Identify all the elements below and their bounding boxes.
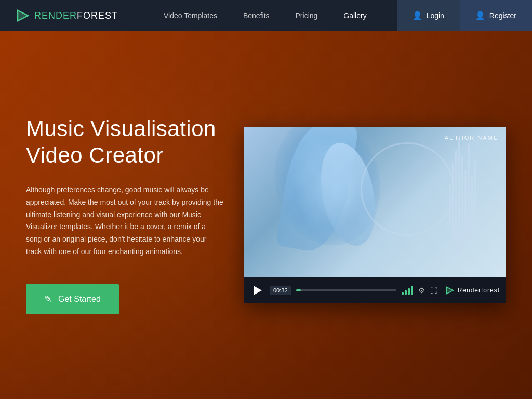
login-icon: 👤	[413, 11, 422, 20]
nav-auth: 👤 Login 👤 Register	[397, 0, 532, 31]
edit-icon: ✎	[44, 294, 52, 305]
hero-title: Music Visualisation Video Creator	[26, 116, 229, 168]
video-player: AUTHOR NAME	[244, 127, 506, 303]
play-icon	[254, 286, 262, 295]
svg-marker-3	[446, 287, 453, 294]
wave-bar	[468, 144, 470, 261]
signal-bar	[405, 290, 407, 295]
logo: RENDERFOREST	[0, 8, 134, 23]
wave-bar	[461, 157, 463, 248]
hero-description: Although preferences change, good music …	[26, 184, 223, 258]
abstract-circle	[361, 142, 454, 236]
video-controls-bar: 00:32 ⚙ ⛶	[244, 277, 506, 303]
nav-link-gallery[interactable]: Gallery	[343, 1, 366, 30]
volume-bars	[402, 286, 413, 295]
svg-marker-1	[18, 10, 28, 21]
video-progress-fill	[296, 289, 301, 291]
register-button[interactable]: 👤 Register	[460, 0, 532, 31]
video-progress-bar[interactable]	[296, 289, 396, 291]
signal-bar	[402, 292, 404, 295]
nav-link-video-templates[interactable]: Video Templates	[164, 1, 217, 30]
waveform-bars	[449, 137, 480, 267]
logo-icon	[16, 8, 30, 23]
video-thumbnail: AUTHOR NAME	[244, 127, 506, 277]
nav-link-pricing[interactable]: Pricing	[296, 1, 318, 30]
settings-icon[interactable]: ⚙	[418, 286, 425, 295]
wave-bar	[458, 137, 460, 267]
wave-bar	[455, 150, 457, 254]
register-icon: 👤	[475, 11, 485, 20]
login-button[interactable]: 👤 Login	[397, 0, 460, 31]
register-label: Register	[489, 11, 516, 20]
renderforest-logo-icon	[445, 286, 455, 295]
signal-bar	[411, 286, 413, 295]
hero-section: RENDERFOREST Video Templates Benefits Pr…	[0, 0, 532, 399]
video-timestamp: 00:32	[270, 286, 291, 295]
hero-text-block: Music Visualisation Video Creator Althou…	[26, 116, 244, 314]
wave-bar	[474, 160, 476, 245]
fullscreen-icon[interactable]: ⛶	[430, 286, 437, 295]
get-started-label: Get Started	[58, 295, 101, 304]
wave-bar	[449, 183, 451, 222]
video-brand: Renderforest	[445, 286, 500, 295]
signal-bar	[408, 288, 410, 295]
wave-bar	[464, 170, 467, 235]
play-button[interactable]	[250, 283, 265, 298]
get-started-button[interactable]: ✎ Get Started	[26, 284, 119, 314]
login-label: Login	[427, 11, 444, 20]
hero-content: Music Visualisation Video Creator Althou…	[0, 31, 532, 399]
wave-bar	[452, 163, 454, 241]
wave-bar	[471, 176, 473, 228]
navbar: RENDERFOREST Video Templates Benefits Pr…	[0, 0, 532, 31]
nav-link-benefits[interactable]: Benefits	[243, 1, 270, 30]
video-author-label: AUTHOR NAME	[445, 135, 498, 141]
nav-links: Video Templates Benefits Pricing Gallery	[134, 1, 397, 30]
logo-text: RENDERFOREST	[34, 10, 118, 21]
renderforest-brand-text: Renderforest	[458, 287, 500, 294]
